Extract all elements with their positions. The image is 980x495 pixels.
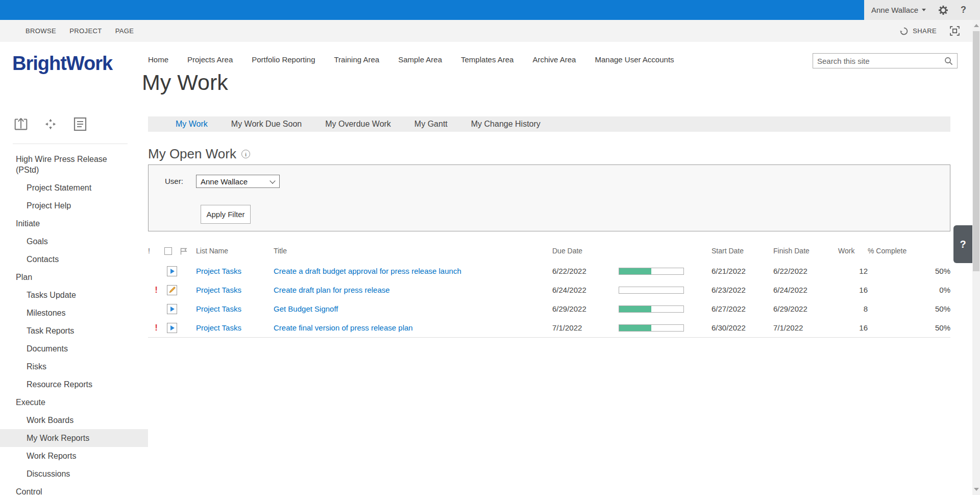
help-flyout-tab[interactable]: ? [953,225,972,263]
list-name-cell: Project Tasks [196,299,274,318]
sidebar-item-plan[interactable]: Plan [0,268,148,286]
search-icon[interactable] [944,57,953,65]
topnav-item-training-area[interactable]: Training Area [334,55,379,64]
start-date-cell: 6/30/2022 [712,318,773,338]
section-title: My Open Work [148,146,236,162]
topnav-item-archive-area[interactable]: Archive Area [532,55,576,64]
list-name-link[interactable]: Project Tasks [196,304,241,313]
sidebar-item-execute[interactable]: Execute [0,393,148,411]
topnav-item-portfolio-reporting[interactable]: Portfolio Reporting [252,55,315,64]
play-triangle [170,269,175,274]
checkbox-icon[interactable] [164,247,172,255]
app-root: Anne Wallace ? BROWSEPROJECTPAGE [0,0,980,495]
view-tab-my-overdue-work[interactable]: My Overdue Work [313,120,403,129]
table-row: Project TasksCreate a draft budget appro… [148,262,950,280]
scroll-down-arrow-icon[interactable] [974,488,979,491]
topnav-item-sample-area[interactable]: Sample Area [398,55,442,64]
report-list-icon[interactable] [71,115,89,133]
sidebar-item-resource-reports[interactable]: Resource Reports [0,375,148,393]
due-date-cell: 7/1/2022 [552,318,615,338]
finish-date-header[interactable]: Finish Date [773,240,838,262]
sidebar-navigation: High Wire Press Release (PStd)Project St… [0,150,148,495]
progress-header [615,240,712,262]
sidebar-item-work-boards[interactable]: Work Boards [0,411,148,429]
sidebar-item-my-work-reports[interactable]: My Work Reports [0,429,148,447]
work-cell: 16 [838,280,868,299]
chevron-down-icon [270,178,275,183]
sidebar-item-high-wire-press-release-pstd[interactable]: High Wire Press Release (PStd) [0,150,148,179]
list-name-link[interactable]: Project Tasks [196,323,241,332]
task-in-progress-icon[interactable] [167,266,177,276]
sidebar-item-tasks-update[interactable]: Tasks Update [0,286,148,304]
table-row: !Project TasksCreate final version of pr… [148,318,950,338]
scroll-up-arrow-icon[interactable] [974,24,979,27]
ribbon-tab-page[interactable]: PAGE [115,27,134,35]
sidebar-item-contacts[interactable]: Contacts [0,250,148,268]
share-button[interactable]: SHARE [899,27,937,36]
info-icon[interactable]: i [241,150,250,158]
filter-panel: User: Anne Wallace Apply Filter [148,164,950,231]
topnav-item-home[interactable]: Home [148,55,168,64]
sidebar-item-project-help[interactable]: Project Help [0,197,148,215]
topnav-item-manage-user-accounts[interactable]: Manage User Accounts [595,55,674,64]
sidebar-item-documents[interactable]: Documents [0,340,148,358]
view-tab-my-change-history[interactable]: My Change History [459,120,552,129]
task-title-link[interactable]: Create draft plan for press release [274,286,390,294]
focus-mode-icon[interactable] [950,26,960,36]
start-date-header[interactable]: Start Date [712,240,773,262]
work-header[interactable]: Work [838,240,868,262]
task-title-link[interactable]: Create final version of press release pl… [274,323,413,332]
ribbon-tab-project[interactable]: PROJECT [69,27,102,35]
task-in-progress-icon[interactable] [167,304,177,314]
pct-complete-header[interactable]: % Complete [868,240,950,262]
title-header[interactable]: Title [274,240,552,262]
sidebar-item-discussions[interactable]: Discussions [0,465,148,483]
scrollbar-thumb[interactable] [973,31,979,271]
share-sync-icon [899,27,909,36]
ribbon-tab-browse[interactable]: BROWSE [26,27,56,35]
user-filter-value: Anne Wallace [201,177,248,186]
table-row: !Project TasksCreate draft plan for pres… [148,280,950,299]
topnav-item-templates-area[interactable]: Templates Area [461,55,513,64]
view-tab-my-gantt[interactable]: My Gantt [403,120,459,129]
move-arrows-icon[interactable] [42,115,59,133]
promote-upload-icon[interactable] [12,115,30,133]
search-input[interactable] [813,57,944,65]
apply-filter-button[interactable]: Apply Filter [201,205,251,224]
sidebar-item-project-statement[interactable]: Project Statement [0,179,148,197]
task-title-link[interactable]: Get Budget Signoff [274,304,338,313]
task-edit-pencil-icon[interactable] [167,285,177,295]
task-title-link[interactable]: Create a draft budget approval for press… [274,267,461,275]
sidebar-item-risks[interactable]: Risks [0,358,148,375]
view-tab-my-work-due-soon[interactable]: My Work Due Soon [219,120,313,129]
progress-bar-fill [619,306,651,312]
flag-cell [180,299,196,318]
sidebar-item-milestones[interactable]: Milestones [0,304,148,322]
sidebar-item-control[interactable]: Control [0,483,148,495]
site-search [813,53,958,68]
view-tab-my-work[interactable]: My Work [164,120,219,129]
list-name-link[interactable]: Project Tasks [196,286,241,294]
sidebar-item-initiate[interactable]: Initiate [0,215,148,232]
vertical-scrollbar[interactable] [972,20,980,495]
chevron-down-icon [922,9,926,11]
list-name-link[interactable]: Project Tasks [196,267,241,275]
sidebar-item-task-reports[interactable]: Task Reports [0,322,148,340]
urgent-indicator: ! [148,285,164,295]
settings-gear-icon[interactable] [938,5,948,15]
user-filter-select[interactable]: Anne Wallace [196,175,280,188]
ribbon-bar: BROWSEPROJECTPAGE SHARE [0,20,980,42]
task-in-progress-icon[interactable] [167,323,177,333]
sidebar-item-goals[interactable]: Goals [0,232,148,250]
help-question-icon[interactable]: ? [961,5,966,15]
urgent-cell: ! [148,280,164,299]
due-date-header[interactable]: Due Date [552,240,615,262]
brightwork-logo[interactable]: BrightWork [12,53,112,75]
title-cell: Get Budget Signoff [274,299,552,318]
user-menu[interactable]: Anne Wallace [871,6,926,14]
flag-cell [180,318,196,338]
list-name-header[interactable]: List Name [196,240,274,262]
topnav-item-projects-area[interactable]: Projects Area [187,55,233,64]
sidebar-item-work-reports[interactable]: Work Reports [0,447,148,465]
pct-complete-cell: 50% [868,262,950,280]
